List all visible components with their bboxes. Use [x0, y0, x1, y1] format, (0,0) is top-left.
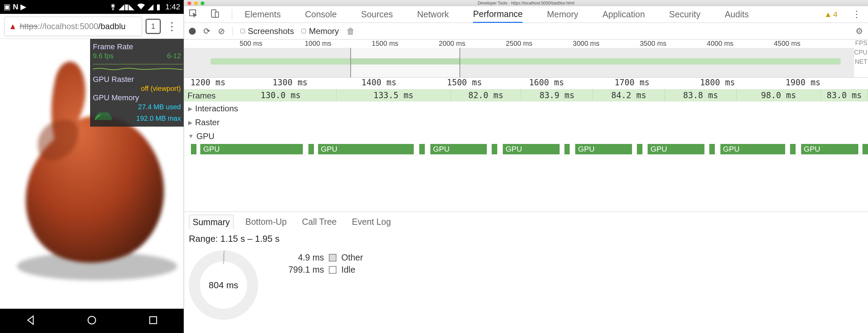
chrome-menu[interactable]: ⋮	[164, 20, 179, 33]
recent-icon[interactable]	[148, 315, 159, 327]
android-statusbar: ▣ N ▶ ⚵ ◢▮◣ ◢ ▮ 1:42	[0, 0, 184, 14]
overview-tick: 4000 ms	[707, 40, 734, 48]
url-port: 5000	[80, 22, 98, 31]
trash-icon[interactable]: 🗑	[347, 26, 355, 36]
play-icon: ▶	[20, 2, 26, 11]
frame-cell[interactable]: 83.0 ms	[821, 89, 868, 101]
gpu-block[interactable]: GPU	[503, 144, 560, 154]
tab-application[interactable]: Application	[603, 7, 645, 22]
frame-cell[interactable]: 82.0 ms	[451, 89, 521, 101]
vibrate-icon: ◢▮◣	[119, 2, 134, 11]
hud-fps: 9.6 fps	[93, 52, 114, 60]
back-icon[interactable]	[25, 315, 36, 327]
tab-console[interactable]: Console	[305, 7, 337, 22]
memory-toggle[interactable]: Memory	[301, 26, 339, 36]
frame-cell[interactable]: 83.8 ms	[665, 89, 737, 101]
frame-cell[interactable]: 130.0 ms	[225, 89, 336, 101]
tab-audits[interactable]: Audits	[725, 7, 748, 22]
gpu-track[interactable]: GPUGPUGPUGPUGPUGPUGPUGPU	[184, 143, 868, 155]
omnibox[interactable]: ▲ https ://localhost: 5000 /badblu	[4, 17, 142, 36]
devtools-menu[interactable]: ⋮	[850, 9, 863, 20]
overview-tick: 2500 ms	[506, 40, 533, 48]
summary-panel: SummaryBottom-UpCall TreeEvent Log Range…	[184, 212, 868, 333]
window-max-icon[interactable]	[201, 1, 204, 5]
device-icon[interactable]	[210, 9, 219, 20]
raster-row[interactable]: ▶Raster	[184, 116, 868, 129]
gpu-block[interactable]: GPU	[801, 144, 859, 154]
gpu-sliver[interactable]	[709, 144, 715, 154]
timeline-tick: 1900 ms	[786, 78, 821, 87]
inspect-icon[interactable]	[189, 9, 198, 20]
tab-sources[interactable]: Sources	[361, 7, 393, 22]
gpu-sliver[interactable]	[862, 144, 868, 154]
screenshots-toggle[interactable]: Screenshots	[240, 26, 294, 36]
interactions-row[interactable]: ▶Interactions	[184, 102, 868, 116]
overview-tick: 500 ms	[240, 40, 263, 48]
gpu-block[interactable]: GPU	[430, 144, 487, 154]
tab-security[interactable]: Security	[669, 7, 700, 22]
frame-cell[interactable]: 83.9 ms	[521, 89, 593, 101]
hud-fps-spark	[93, 63, 183, 71]
tab-switcher[interactable]: 1	[146, 19, 161, 34]
gpu-sliver[interactable]	[191, 144, 196, 154]
wifi-icon	[137, 2, 145, 11]
timeline-tick: 1700 ms	[614, 78, 649, 87]
reload-button[interactable]: ⟳	[203, 26, 210, 36]
overview-tick: 1000 ms	[305, 40, 331, 48]
n-icon: N	[13, 2, 18, 11]
timeline-tick: 1500 ms	[447, 78, 482, 87]
hud-gm-title: GPU Memory	[93, 93, 181, 102]
home-icon[interactable]	[86, 315, 97, 327]
tab-elements[interactable]: Elements	[245, 7, 281, 22]
gpu-block[interactable]: GPU	[648, 144, 704, 154]
signal-icon: ◢	[148, 2, 154, 11]
window-close-icon[interactable]	[187, 1, 191, 5]
gpu-sliver[interactable]	[790, 144, 796, 154]
summary-tab-call-tree[interactable]: Call Tree	[298, 215, 340, 229]
summary-tab-summary[interactable]: Summary	[189, 215, 234, 229]
overview-tick: 1500 ms	[372, 40, 398, 48]
overview-side-label: FPS	[855, 40, 867, 47]
window-min-icon[interactable]	[194, 1, 198, 5]
insecure-icon: ▲	[9, 22, 17, 31]
tab-performance[interactable]: Performance	[473, 6, 523, 23]
svg-rect-3	[150, 317, 157, 324]
tab-network[interactable]: Network	[417, 7, 449, 22]
window-title: Developer Tools - https://localhost:5000…	[478, 1, 575, 6]
gpu-block[interactable]: GPU	[318, 144, 414, 154]
bluetooth-icon: ⚵	[110, 2, 116, 11]
warnings-badge[interactable]: ▲ 4	[824, 10, 838, 19]
gpu-sliver[interactable]	[637, 144, 642, 154]
frame-cell[interactable]: 133.5 ms	[336, 89, 451, 101]
devtools-window: Developer Tools - https://localhost:5000…	[184, 0, 868, 333]
legend-row: 4.9 msOther	[279, 253, 363, 263]
gpu-row-header[interactable]: ▼GPU	[184, 129, 868, 143]
summary-tab-event-log[interactable]: Event Log	[349, 215, 395, 229]
hud-gm-gauge	[93, 112, 114, 121]
gpu-block[interactable]: GPU	[575, 144, 632, 154]
gpu-sliver[interactable]	[419, 144, 425, 154]
frame-cell[interactable]: 84.2 ms	[593, 89, 665, 101]
perf-controlbar: ⟳ ⊘ Screenshots Memory 🗑 ⚙	[184, 23, 868, 40]
separator	[232, 10, 232, 19]
battery-icon: ▮	[156, 2, 160, 11]
frames-track[interactable]: Frames 130.0 ms133.5 ms82.0 ms83.9 ms84.…	[184, 89, 868, 101]
gpu-block[interactable]: GPU	[720, 144, 786, 154]
gpu-sliver[interactable]	[492, 144, 497, 154]
overview-timeline[interactable]: 500 ms1000 ms1500 ms2000 ms2500 ms3000 m…	[184, 40, 868, 78]
frame-cell[interactable]: 98.0 ms	[737, 89, 821, 101]
summary-tab-bottom-up[interactable]: Bottom-Up	[242, 215, 290, 229]
timeline-tick: 1400 ms	[361, 78, 396, 87]
record-button[interactable]	[189, 28, 196, 35]
clear-button[interactable]: ⊘	[218, 26, 225, 36]
main-timeline[interactable]: 1200 ms1300 ms1400 ms1500 ms1600 ms1700 …	[184, 78, 868, 212]
gear-icon[interactable]: ⚙	[856, 26, 863, 36]
overview-tick: 3500 ms	[640, 40, 666, 48]
overview-selection[interactable]	[350, 48, 460, 77]
gpu-sliver[interactable]	[308, 144, 314, 154]
overview-tick: 2000 ms	[439, 40, 465, 48]
hud-gr-title: GPU Raster	[93, 75, 181, 84]
tab-memory[interactable]: Memory	[547, 7, 578, 22]
gpu-block[interactable]: GPU	[200, 144, 303, 154]
gpu-sliver[interactable]	[564, 144, 570, 154]
